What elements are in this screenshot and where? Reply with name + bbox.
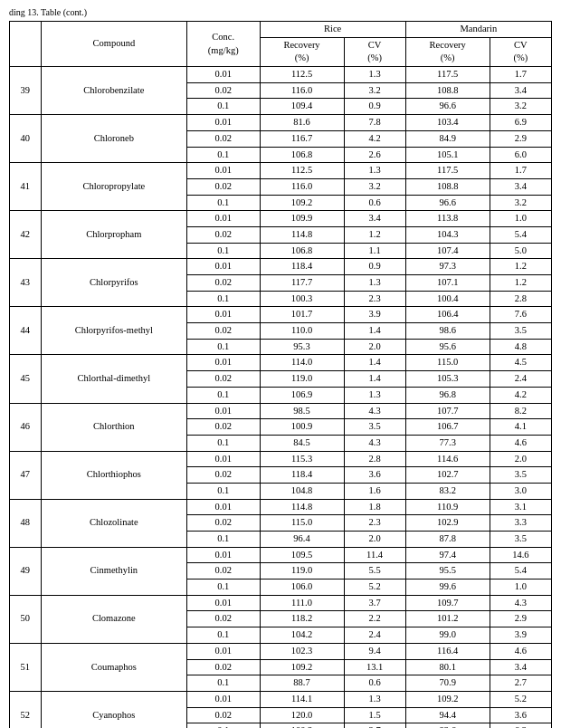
compound-header: Compound	[41, 22, 186, 67]
table-row: 43Chlorpyrifos0.01118.40.997.31.2	[10, 259, 552, 275]
mand-recovery: 97.3	[405, 259, 490, 275]
mand-cv: 6.0	[490, 147, 551, 163]
rice-header: Rice	[260, 22, 405, 38]
rice-recovery: 84.5	[260, 435, 344, 451]
table-row: 42Chlorpropham0.01109.93.4113.81.0	[10, 211, 552, 227]
conc-value: 0.01	[186, 451, 260, 467]
rice-cv: 3.5	[344, 419, 405, 436]
compound-name: Chlorthion	[41, 403, 186, 451]
mand-recovery: 106.4	[405, 307, 490, 323]
page: ding 13. Table (cont.) Compound Conc.(mg…	[0, 0, 561, 728]
conc-value: 0.1	[186, 580, 260, 596]
mand-cv: 3.4	[490, 659, 551, 675]
rice-cv: 1.4	[344, 371, 405, 388]
caption: ding 13. Table (cont.)	[9, 7, 552, 17]
rice-cv: 3.2	[344, 178, 405, 195]
mand-cv: 2.9	[490, 611, 551, 627]
rice-recovery: 112.5	[260, 67, 344, 83]
conc-value: 0.1	[186, 147, 260, 163]
rice-cv: 2.3	[344, 515, 405, 532]
rice-cv: 4.3	[344, 435, 405, 451]
table-row: 41Chloropropylate0.01112.51.3117.51.7	[10, 163, 552, 179]
table-row: 47Chlorthiophos0.01115.32.8114.62.0	[10, 451, 552, 467]
mand-recovery: 107.7	[405, 403, 490, 419]
conc-value: 0.01	[186, 115, 260, 131]
mand-cv: 3.5	[490, 323, 551, 340]
table-row: 46Chlorthion0.0198.54.3107.78.2	[10, 403, 552, 419]
rice-recovery: 109.9	[260, 211, 344, 227]
mand-cv: 2.0	[490, 451, 551, 467]
mand-cv-header: CV(%)	[490, 37, 551, 66]
mand-recovery: 96.8	[405, 387, 490, 403]
conc-value: 0.1	[186, 675, 260, 692]
rice-recovery: 96.4	[260, 532, 344, 548]
mand-cv: 3.6	[490, 707, 551, 723]
rice-cv: 2.2	[344, 611, 405, 627]
mand-cv: 4.6	[490, 435, 551, 451]
header-row-1: Compound Conc.(mg/kg) Rice Mandarin	[10, 22, 552, 38]
mand-recovery: 117.5	[405, 163, 490, 179]
conc-value: 0.1	[186, 627, 260, 644]
mand-recovery: 104.3	[405, 226, 490, 243]
rice-recovery: 101.7	[260, 307, 344, 323]
rice-cv: 1.1	[344, 243, 405, 259]
mand-recovery: 113.8	[405, 211, 490, 227]
mand-recovery: 94.4	[405, 707, 490, 723]
rice-recovery: 106.8	[260, 147, 344, 163]
conc-value: 0.02	[186, 323, 260, 340]
mand-recovery: 70.9	[405, 675, 490, 692]
mand-cv: 14.6	[490, 547, 551, 563]
rice-cv: 2.0	[344, 532, 405, 548]
row-number: 40	[10, 115, 42, 163]
mand-recovery: 110.9	[405, 499, 490, 515]
rice-cv: 1.5	[344, 707, 405, 723]
rice-recovery: 112.5	[260, 163, 344, 179]
compound-name: Coumaphos	[41, 643, 186, 691]
conc-value: 0.1	[186, 723, 260, 728]
table-row: 49Cinmethylin0.01109.511.497.414.6	[10, 547, 552, 563]
conc-value: 0.02	[186, 611, 260, 627]
conc-value: 0.01	[186, 403, 260, 419]
rice-recovery: 118.4	[260, 259, 344, 275]
mand-recovery: 109.2	[405, 691, 490, 707]
compound-name: Chlorpyrifos	[41, 259, 186, 307]
mand-cv: 6.9	[490, 115, 551, 131]
mand-recovery: 102.7	[405, 467, 490, 484]
row-number: 48	[10, 499, 42, 547]
conc-value: 0.01	[186, 211, 260, 227]
mand-cv: 4.1	[490, 419, 551, 436]
rice-cv-header: CV(%)	[344, 37, 405, 66]
compound-name: Chlorpyrifos-methyl	[41, 307, 186, 355]
rice-recovery: 114.8	[260, 226, 344, 243]
mand-recovery: 117.5	[405, 67, 490, 83]
mand-cv: 2.8	[490, 291, 551, 307]
rice-cv: 1.4	[344, 323, 405, 340]
compound-name: Chlozolinate	[41, 499, 186, 547]
conc-value: 0.1	[186, 195, 260, 211]
rice-cv: 4.3	[344, 403, 405, 419]
conc-value: 0.02	[186, 82, 260, 99]
rice-cv: 5.2	[344, 580, 405, 596]
mand-cv: 2.4	[490, 371, 551, 388]
mand-cv: 3.4	[490, 178, 551, 195]
rice-recovery: 119.0	[260, 371, 344, 388]
rice-cv: 1.3	[344, 275, 405, 292]
conc-value: 0.01	[186, 67, 260, 83]
mand-cv: 7.6	[490, 307, 551, 323]
conc-value: 0.02	[186, 515, 260, 532]
mand-recovery: 116.4	[405, 643, 490, 659]
row-number: 43	[10, 259, 42, 307]
mand-recovery: 108.8	[405, 82, 490, 99]
mand-recovery: 97.4	[405, 547, 490, 563]
compound-name: Chlorthiophos	[41, 451, 186, 499]
compound-name: Clomazone	[41, 595, 186, 643]
mand-recovery: 108.8	[405, 178, 490, 195]
rice-cv: 1.6	[344, 483, 405, 499]
mand-cv: 4.6	[490, 643, 551, 659]
rice-recovery: 102.3	[260, 643, 344, 659]
row-number: 52	[10, 691, 42, 728]
mand-recovery: 96.6	[405, 195, 490, 211]
rice-cv: 2.4	[344, 627, 405, 644]
conc-value: 0.1	[186, 483, 260, 499]
row-number: 39	[10, 67, 42, 115]
